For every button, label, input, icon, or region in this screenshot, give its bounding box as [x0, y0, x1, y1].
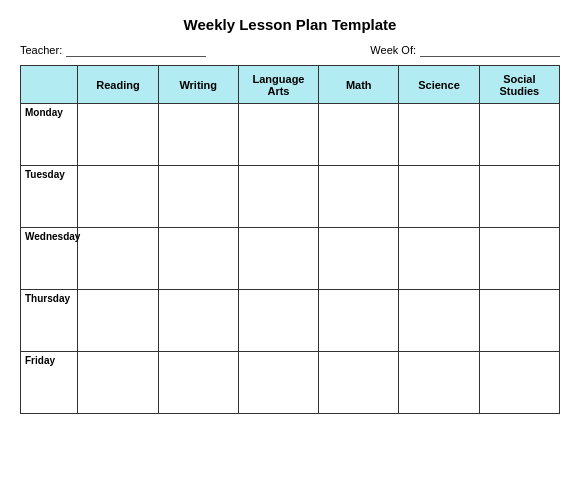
cell-monday-language_arts[interactable]: [238, 104, 318, 166]
cell-wednesday-social_studies[interactable]: [479, 228, 559, 290]
day-label-tuesday: Tuesday: [21, 166, 78, 228]
cell-tuesday-social_studies[interactable]: [479, 166, 559, 228]
cell-friday-reading[interactable]: [78, 352, 158, 414]
header-reading: Reading: [78, 66, 158, 104]
header-math: Math: [319, 66, 399, 104]
lesson-plan-table: Reading Writing Language Arts Math Scien…: [20, 65, 560, 414]
cell-friday-writing[interactable]: [158, 352, 238, 414]
cell-friday-math[interactable]: [319, 352, 399, 414]
cell-wednesday-reading[interactable]: [78, 228, 158, 290]
cell-wednesday-science[interactable]: [399, 228, 479, 290]
cell-friday-social_studies[interactable]: [479, 352, 559, 414]
header-science: Science: [399, 66, 479, 104]
week-of-label: Week Of:: [370, 44, 416, 56]
cell-tuesday-reading[interactable]: [78, 166, 158, 228]
day-label-monday: Monday: [21, 104, 78, 166]
form-row: Teacher: Week Of:: [20, 43, 560, 57]
teacher-field: Teacher:: [20, 43, 206, 57]
cell-thursday-social_studies[interactable]: [479, 290, 559, 352]
week-of-field: Week Of:: [370, 43, 560, 57]
cell-thursday-math[interactable]: [319, 290, 399, 352]
cell-tuesday-math[interactable]: [319, 166, 399, 228]
cell-thursday-reading[interactable]: [78, 290, 158, 352]
cell-monday-social_studies[interactable]: [479, 104, 559, 166]
cell-wednesday-language_arts[interactable]: [238, 228, 318, 290]
day-label-wednesday: Wednesday: [21, 228, 78, 290]
day-label-friday: Friday: [21, 352, 78, 414]
cell-monday-science[interactable]: [399, 104, 479, 166]
cell-friday-language_arts[interactable]: [238, 352, 318, 414]
header-day: [21, 66, 78, 104]
cell-monday-math[interactable]: [319, 104, 399, 166]
cell-friday-science[interactable]: [399, 352, 479, 414]
cell-monday-reading[interactable]: [78, 104, 158, 166]
teacher-label: Teacher:: [20, 44, 62, 56]
week-of-input-line[interactable]: [420, 43, 560, 57]
cell-monday-writing[interactable]: [158, 104, 238, 166]
header-writing: Writing: [158, 66, 238, 104]
cell-thursday-science[interactable]: [399, 290, 479, 352]
page-title: Weekly Lesson Plan Template: [184, 16, 397, 33]
cell-tuesday-language_arts[interactable]: [238, 166, 318, 228]
teacher-input-line[interactable]: [66, 43, 206, 57]
header-social-studies: Social Studies: [479, 66, 559, 104]
day-label-thursday: Thursday: [21, 290, 78, 352]
cell-wednesday-math[interactable]: [319, 228, 399, 290]
cell-thursday-language_arts[interactable]: [238, 290, 318, 352]
cell-thursday-writing[interactable]: [158, 290, 238, 352]
cell-tuesday-writing[interactable]: [158, 166, 238, 228]
cell-tuesday-science[interactable]: [399, 166, 479, 228]
header-language-arts: Language Arts: [238, 66, 318, 104]
cell-wednesday-writing[interactable]: [158, 228, 238, 290]
